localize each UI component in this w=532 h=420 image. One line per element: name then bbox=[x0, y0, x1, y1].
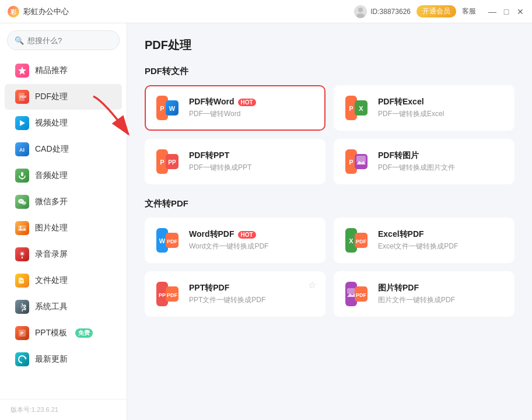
sidebar-item-pdf[interactable]: PDFPDF处理 bbox=[5, 84, 122, 110]
vip-button[interactable]: 开通会员 bbox=[416, 5, 456, 18]
search-input[interactable] bbox=[27, 36, 125, 45]
tool-card-excel2pdf[interactable]: X PDF Excel转PDFExcel文件一键转换成PDF bbox=[334, 218, 514, 263]
excel2pdf-name: Excel转PDF bbox=[378, 229, 503, 240]
svg-text:P: P bbox=[20, 331, 24, 336]
svg-marker-26 bbox=[24, 358, 27, 359]
sidebar-item-jingpin[interactable]: 精品推荐 bbox=[5, 58, 122, 83]
svg-text:PP: PP bbox=[168, 159, 176, 166]
maximize-button[interactable]: □ bbox=[502, 7, 511, 16]
svg-text:X: X bbox=[359, 105, 363, 112]
ppt2pdf-favorite-icon[interactable]: ☆ bbox=[308, 279, 316, 290]
pdf2excel-name: PDF转Excel bbox=[378, 97, 503, 107]
tool-card-ppt2pdf[interactable]: PP PDF PPT转PDFPPT文件一键转换成PDF☆ bbox=[145, 271, 326, 317]
tool-card-image2pdf[interactable]: PDF 图片转PDF图片文件一键转换成PDF bbox=[334, 271, 514, 317]
service-button[interactable]: 客服 bbox=[462, 6, 476, 16]
tool-card-pdf2word[interactable]: P W PDF转WordHOTPDF一键转Word bbox=[145, 85, 326, 131]
svg-text:AI: AI bbox=[19, 147, 24, 153]
svg-marker-8 bbox=[20, 120, 25, 126]
sidebar-item-cad[interactable]: AICAD处理 bbox=[5, 136, 122, 162]
svg-rect-21 bbox=[22, 257, 23, 258]
svg-rect-43 bbox=[356, 156, 366, 163]
image-nav-label: 图片处理 bbox=[35, 223, 68, 233]
pdf2excel-info: PDF转ExcelPDF一键转换成Excel bbox=[378, 97, 503, 119]
svg-point-13 bbox=[20, 201, 21, 202]
svg-text:W: W bbox=[169, 105, 176, 112]
minimize-button[interactable]: — bbox=[488, 7, 497, 16]
update-nav-icon bbox=[15, 352, 29, 366]
sidebar-item-video[interactable]: 视频处理 bbox=[5, 110, 122, 136]
logo-icon: 彩 bbox=[7, 5, 20, 18]
svg-rect-58 bbox=[347, 288, 355, 294]
pdf2word-desc: PDF一键转Word bbox=[189, 109, 314, 119]
tool-card-pdf2ppt[interactable]: P PP PDF转PPTPDF一键转换成PPT bbox=[145, 139, 326, 184]
audio-nav-label: 音频处理 bbox=[35, 170, 68, 181]
sidebar-item-record[interactable]: 录音录屏 bbox=[5, 242, 122, 267]
svg-text:PDF: PDF bbox=[167, 292, 178, 298]
image-nav-icon bbox=[15, 221, 29, 235]
pdf2image-name: PDF转图片 bbox=[378, 150, 503, 161]
image2pdf-name: 图片转PDF bbox=[378, 283, 503, 293]
jingpin-nav-icon bbox=[15, 64, 29, 78]
title-bar-right: ID:38873626 开通会员 客服 — □ ✕ bbox=[354, 5, 525, 18]
app-logo: 彩 彩虹办公中心 bbox=[7, 5, 354, 18]
page-title: PDF处理 bbox=[145, 37, 514, 53]
sidebar-item-audio[interactable]: 音频处理 bbox=[5, 163, 122, 188]
pdf2ppt-icon: P PP bbox=[156, 149, 181, 174]
tools-grid: W PDF Word转PDFHOTWord文件一键转换成PDF X PDF Ex… bbox=[145, 218, 514, 317]
svg-text:彩: 彩 bbox=[10, 9, 17, 15]
video-nav-label: 视频处理 bbox=[35, 118, 68, 128]
pdf-nav-icon: PDF bbox=[15, 90, 29, 104]
sidebar-item-ppt[interactable]: PPPT模板免费 bbox=[5, 320, 122, 346]
close-button[interactable]: ✕ bbox=[516, 7, 525, 16]
svg-point-14 bbox=[22, 201, 23, 202]
pdf2image-desc: PDF一键转换成图片文件 bbox=[378, 163, 503, 173]
svg-text:P: P bbox=[160, 105, 164, 112]
record-nav-label: 录音录屏 bbox=[35, 249, 68, 260]
sidebar-item-wechat[interactable]: 微信多开 bbox=[5, 189, 122, 215]
file-nav-label: 文件处理 bbox=[35, 275, 68, 286]
svg-marker-5 bbox=[18, 66, 26, 75]
pdf2ppt-info: PDF转PPTPDF一键转换成PPT bbox=[189, 150, 314, 173]
wechat-nav-icon bbox=[15, 195, 29, 209]
jingpin-nav-label: 精品推荐 bbox=[35, 65, 68, 76]
image2pdf-icon: PDF bbox=[345, 282, 370, 306]
sidebar: 🔍 精品推荐PDFPDF处理视频处理AICAD处理音频处理微信多开图片处理录音录… bbox=[0, 23, 127, 420]
sidebar-item-update[interactable]: 最新更新 bbox=[5, 346, 122, 372]
section-title: 文件转PDF bbox=[145, 198, 514, 209]
svg-point-15 bbox=[22, 201, 26, 205]
ppt-nav-icon: P bbox=[15, 326, 29, 340]
pdf2ppt-desc: PDF一键转换成PPT bbox=[189, 163, 314, 173]
pdf2word-hot-badge: HOT bbox=[238, 99, 256, 106]
svg-text:W: W bbox=[159, 237, 166, 244]
word2pdf-desc: Word文件一键转换成PDF bbox=[189, 242, 314, 251]
section-文件转PDF: 文件转PDF W PDF Word转PDFHOTWord文件一键转换成PDF X… bbox=[145, 198, 514, 317]
title-bar: 彩 彩虹办公中心 ID:38873626 开通会员 客服 — □ ✕ bbox=[0, 0, 532, 23]
pdf2image-icon: P bbox=[345, 149, 370, 174]
record-nav-icon bbox=[15, 247, 29, 261]
tool-card-word2pdf[interactable]: W PDF Word转PDFHOTWord文件一键转换成PDF bbox=[145, 218, 326, 263]
ppt2pdf-icon: PP PDF bbox=[156, 282, 181, 306]
word2pdf-info: Word转PDFHOTWord文件一键转换成PDF bbox=[189, 229, 314, 251]
search-bar[interactable]: 🔍 bbox=[7, 30, 120, 50]
tool-card-pdf2image[interactable]: P PDF转图片PDF一键转换成图片文件 bbox=[334, 139, 514, 184]
svg-text:PP: PP bbox=[159, 292, 166, 298]
system-nav-label: 系统工具 bbox=[35, 302, 68, 312]
tool-card-pdf2excel[interactable]: P X PDF转ExcelPDF一键转换成Excel bbox=[334, 85, 514, 131]
pdf2ppt-name: PDF转PPT bbox=[189, 150, 314, 161]
cad-nav-label: CAD处理 bbox=[35, 144, 69, 155]
pdf-nav-label: PDF处理 bbox=[35, 92, 68, 102]
ppt2pdf-name: PPT转PDF bbox=[189, 283, 314, 293]
sidebar-item-image[interactable]: 图片处理 bbox=[5, 215, 122, 241]
svg-text:X: X bbox=[349, 237, 354, 244]
ppt-nav-label: PPT模板 bbox=[35, 328, 67, 338]
sidebar-item-system[interactable]: 系统工具 bbox=[5, 294, 122, 320]
file-nav-icon bbox=[15, 274, 29, 288]
user-id: ID:38873626 bbox=[370, 8, 411, 16]
section-title: PDF转文件 bbox=[145, 66, 514, 77]
svg-point-4 bbox=[356, 13, 365, 18]
tools-grid: P W PDF转WordHOTPDF一键转Word P X PDF转ExcelP… bbox=[145, 85, 514, 184]
sidebar-item-file[interactable]: 文件处理 bbox=[5, 268, 122, 293]
image2pdf-desc: 图片文件一键转换成PDF bbox=[378, 295, 503, 305]
audio-nav-icon bbox=[15, 169, 29, 183]
svg-text:P: P bbox=[349, 105, 353, 112]
